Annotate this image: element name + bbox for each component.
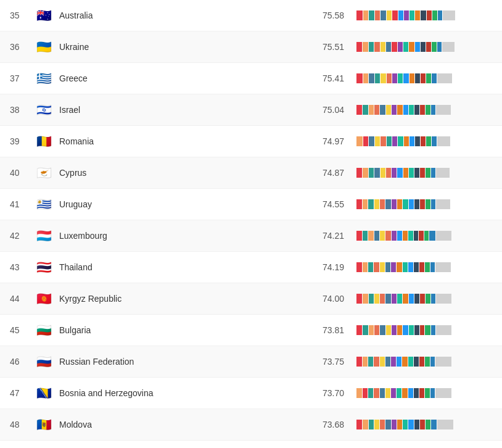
table-row: 45🇧🇬Bulgaria73.81 [0, 315, 502, 346]
bar-segment [432, 73, 437, 83]
bar-segment [425, 388, 430, 398]
bar-segment [414, 199, 419, 209]
bar-segment [432, 136, 437, 146]
bar-segment [398, 42, 403, 52]
bar-segment [374, 325, 379, 335]
bar-segment [409, 10, 414, 20]
bar-segment [420, 420, 425, 429]
bar-segment [391, 262, 396, 272]
bar-segment [426, 420, 430, 429]
bar-segment [356, 105, 362, 115]
bar-segment [356, 388, 362, 398]
country-flag: 🇺🇾 [35, 195, 53, 214]
bar-segment [402, 357, 408, 367]
bar-segment [414, 357, 419, 367]
rank-number: 48 [10, 420, 35, 429]
bar-segment [432, 10, 437, 20]
bar-segment [436, 325, 451, 335]
bar-segment [442, 42, 455, 52]
country-flag: 🇨🇾 [35, 164, 53, 182]
country-name: Romania [59, 136, 301, 146]
bar-segment [426, 136, 431, 146]
bar-segment [409, 325, 414, 335]
rank-number: 36 [10, 42, 35, 52]
bar-segment [409, 294, 414, 304]
bar-segment [363, 10, 368, 20]
bar-segment [419, 262, 424, 272]
bar-segment [408, 357, 413, 367]
bar-segment [431, 105, 435, 115]
bar-segment [409, 136, 414, 146]
score-bar [356, 325, 492, 335]
country-name: Luxembourg [59, 231, 301, 241]
table-row: 36🇺🇦Ukraine75.51 [0, 31, 502, 63]
bar-segment [403, 420, 408, 429]
bar-segment [381, 136, 386, 146]
bar-segment [414, 105, 419, 115]
bar-segment [403, 325, 408, 335]
bar-segment [392, 199, 397, 209]
score-bar [356, 357, 492, 367]
bar-segment [356, 294, 362, 304]
country-flag: 🇰🇬 [35, 289, 53, 308]
bar-segment [397, 231, 402, 241]
bar-segment [356, 136, 363, 146]
bar-segment [392, 73, 397, 83]
country-flag: 🇬🇷 [35, 69, 53, 88]
bar-segment [374, 168, 380, 178]
bar-segment [438, 10, 442, 20]
country-name: Bulgaria [59, 325, 301, 335]
bar-segment [425, 357, 430, 367]
bar-segment [363, 420, 368, 429]
table-row: 35🇦🇺Australia75.58 [0, 0, 502, 31]
score-bar [356, 73, 492, 83]
bar-segment [404, 10, 409, 20]
bar-segment [409, 42, 414, 52]
bar-segment [403, 199, 408, 209]
bar-segment [403, 105, 408, 115]
country-score: 73.75 [301, 357, 344, 367]
bar-segment [398, 73, 403, 83]
bar-segment [374, 105, 379, 115]
bar-segment [356, 199, 362, 209]
bar-segment [363, 136, 368, 146]
country-score: 73.70 [301, 388, 344, 398]
bar-segment [369, 10, 374, 20]
bar-segment [429, 231, 435, 241]
bar-segment [387, 73, 392, 83]
country-flag: 🇦🇺 [35, 6, 53, 25]
bar-segment [381, 42, 385, 52]
bar-segment [437, 42, 442, 52]
bar-segment [380, 105, 385, 115]
rankings-table: 35🇦🇺Australia75.5836🇺🇦Ukraine75.5137🇬🇷Gr… [0, 0, 502, 448]
bar-segment [431, 168, 435, 178]
rank-number: 45 [10, 325, 35, 335]
country-name: Thailand [59, 262, 301, 272]
table-row: 41🇺🇾Uruguay74.55 [0, 189, 502, 220]
score-bar [356, 105, 492, 115]
bar-segment [392, 420, 397, 429]
bar-segment [385, 388, 390, 398]
rank-number: 44 [10, 294, 35, 304]
bar-segment [397, 168, 403, 178]
score-bar [356, 136, 492, 146]
country-flag: 🇱🇺 [35, 226, 53, 245]
bar-segment [431, 294, 435, 304]
country-flag: 🇲🇩 [35, 415, 53, 434]
rank-number: 43 [10, 262, 35, 272]
rank-number: 39 [10, 136, 35, 146]
rank-number: 46 [10, 357, 35, 367]
bar-segment [404, 136, 409, 146]
rank-number: 47 [10, 388, 35, 398]
country-score: 74.00 [301, 294, 344, 304]
rank-number: 42 [10, 231, 35, 241]
country-score: 74.87 [301, 168, 344, 178]
bar-segment [414, 231, 418, 241]
table-row: 44🇰🇬Kyrgyz Republic74.00 [0, 283, 502, 315]
bar-segment [363, 42, 368, 52]
bar-segment [391, 357, 396, 367]
rank-number: 41 [10, 199, 35, 209]
country-flag: 🇧🇬 [35, 321, 53, 339]
bar-segment [356, 73, 363, 83]
bar-segment [397, 357, 401, 367]
